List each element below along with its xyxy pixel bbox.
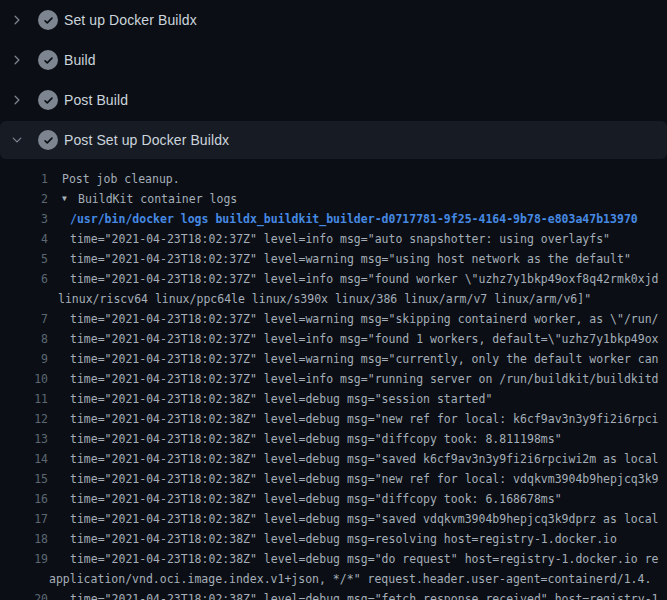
line-number[interactable]: 10 — [0, 369, 48, 389]
line-number[interactable]: 12 — [0, 409, 48, 429]
log-text: time="2021-04-23T18:02:38Z" level=debug … — [70, 589, 659, 600]
chevron-right-icon[interactable] — [10, 92, 24, 108]
chevron-down-icon[interactable] — [10, 132, 24, 148]
step-row-build[interactable]: Build — [0, 40, 667, 80]
log-text: time="2021-04-23T18:02:38Z" level=debug … — [70, 389, 492, 409]
log-line: 2▼BuildKit container logs — [0, 189, 667, 209]
log-text: time="2021-04-23T18:02:38Z" level=debug … — [70, 549, 659, 569]
line-number[interactable]: 7 — [0, 309, 48, 329]
log-line: 11time="2021-04-23T18:02:38Z" level=debu… — [0, 389, 667, 409]
line-number[interactable]: 6 — [0, 269, 48, 289]
log-line: 9time="2021-04-23T18:02:37Z" level=warni… — [0, 349, 667, 369]
line-number[interactable]: 17 — [0, 509, 48, 529]
line-number[interactable]: 20 — [0, 589, 48, 600]
log-text: time="2021-04-23T18:02:38Z" level=debug … — [70, 509, 659, 529]
step-row-post-build[interactable]: Post Build — [0, 80, 667, 120]
log-viewer: 1Post job cleanup.2▼BuildKit container l… — [0, 160, 667, 600]
line-number[interactable]: 13 — [0, 429, 48, 449]
log-text: time="2021-04-23T18:02:38Z" level=debug … — [70, 449, 659, 469]
log-text: application/vnd.oci.image.index.v1+json,… — [49, 569, 651, 589]
log-line: linux/riscv64 linux/ppc64le linux/s390x … — [0, 289, 667, 309]
log-line: 10time="2021-04-23T18:02:37Z" level=info… — [0, 369, 667, 389]
log-line: 7time="2021-04-23T18:02:37Z" level=warni… — [0, 309, 667, 329]
log-line: 5time="2021-04-23T18:02:37Z" level=warni… — [0, 249, 667, 269]
log-text: BuildKit container logs — [78, 189, 237, 209]
log-line: application/vnd.oci.image.index.v1+json,… — [0, 569, 667, 589]
log-line: 6time="2021-04-23T18:02:37Z" level=info … — [0, 269, 667, 289]
log-text: time="2021-04-23T18:02:38Z" level=debug … — [70, 489, 562, 509]
step-row-post-set-up-docker-buildx[interactable]: Post Set up Docker Buildx — [0, 121, 667, 159]
step-label: Post Set up Docker Buildx — [64, 132, 229, 148]
line-number[interactable]: 4 — [0, 229, 48, 249]
log-line: 19time="2021-04-23T18:02:38Z" level=debu… — [0, 549, 667, 569]
step-row-set-up-docker-buildx[interactable]: Set up Docker Buildx — [0, 0, 667, 40]
line-number[interactable]: 15 — [0, 469, 48, 489]
check-circle-icon — [38, 10, 58, 30]
log-line: 1Post job cleanup. — [0, 169, 667, 189]
command-text: /usr/bin/docker logs buildx_buildkit_bui… — [70, 209, 638, 229]
line-number[interactable]: 16 — [0, 489, 48, 509]
log-text: time="2021-04-23T18:02:37Z" level=warnin… — [70, 309, 659, 329]
log-text: time="2021-04-23T18:02:37Z" level=warnin… — [70, 249, 631, 269]
line-number[interactable]: 19 — [0, 549, 48, 569]
log-text: time="2021-04-23T18:02:37Z" level=info m… — [70, 229, 610, 249]
log-line: 14time="2021-04-23T18:02:38Z" level=debu… — [0, 449, 667, 469]
line-number[interactable]: 1 — [0, 169, 48, 189]
line-number[interactable]: 9 — [0, 349, 48, 369]
log-line: 18time="2021-04-23T18:02:38Z" level=debu… — [0, 529, 667, 549]
log-line: 15time="2021-04-23T18:02:38Z" level=debu… — [0, 469, 667, 489]
log-text: time="2021-04-23T18:02:37Z" level=info m… — [70, 269, 659, 289]
check-circle-icon — [38, 90, 58, 110]
log-text: time="2021-04-23T18:02:38Z" level=debug … — [70, 529, 617, 549]
step-label: Set up Docker Buildx — [64, 12, 197, 28]
check-circle-icon — [38, 50, 58, 70]
log-line: 16time="2021-04-23T18:02:38Z" level=debu… — [0, 489, 667, 509]
line-number[interactable]: 2 — [0, 189, 48, 209]
log-line: 4time="2021-04-23T18:02:37Z" level=info … — [0, 229, 667, 249]
group-expanded-triangle-icon[interactable]: ▼ — [62, 189, 67, 209]
line-number[interactable]: 14 — [0, 449, 48, 469]
log-text: time="2021-04-23T18:02:37Z" level=warnin… — [70, 349, 659, 369]
log-line: 17time="2021-04-23T18:02:38Z" level=debu… — [0, 509, 667, 529]
log-line: 20time="2021-04-23T18:02:38Z" level=debu… — [0, 589, 667, 600]
line-number[interactable]: 11 — [0, 389, 48, 409]
log-text: Post job cleanup. — [62, 169, 180, 189]
line-number[interactable]: 18 — [0, 529, 48, 549]
check-circle-icon — [38, 130, 58, 150]
log-line: 13time="2021-04-23T18:02:38Z" level=debu… — [0, 429, 667, 449]
line-number[interactable]: 5 — [0, 249, 48, 269]
step-label: Build — [64, 52, 96, 68]
chevron-right-icon[interactable] — [10, 12, 24, 28]
chevron-right-icon[interactable] — [10, 52, 24, 68]
log-line: 8time="2021-04-23T18:02:37Z" level=info … — [0, 329, 667, 349]
line-number[interactable]: 8 — [0, 329, 48, 349]
log-line: 12time="2021-04-23T18:02:38Z" level=debu… — [0, 409, 667, 429]
log-text: linux/riscv64 linux/ppc64le linux/s390x … — [58, 289, 591, 309]
step-label: Post Build — [64, 92, 128, 108]
log-text: time="2021-04-23T18:02:37Z" level=info m… — [70, 329, 659, 349]
log-text: time="2021-04-23T18:02:37Z" level=info m… — [70, 369, 659, 389]
job-steps-list: Set up Docker Buildx Build Post Build Po… — [0, 0, 667, 160]
log-text: time="2021-04-23T18:02:38Z" level=debug … — [70, 469, 659, 489]
log-line: 3/usr/bin/docker logs buildx_buildkit_bu… — [0, 209, 667, 229]
line-number[interactable]: 3 — [0, 209, 48, 229]
log-text: time="2021-04-23T18:02:38Z" level=debug … — [70, 429, 562, 449]
log-text: time="2021-04-23T18:02:38Z" level=debug … — [70, 409, 659, 429]
